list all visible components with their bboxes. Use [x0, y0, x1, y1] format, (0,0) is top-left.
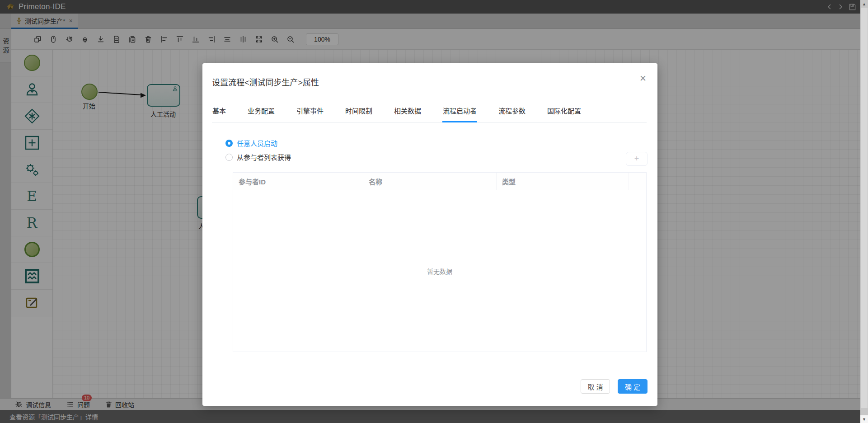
col-actions: [629, 173, 646, 190]
tab-related-data[interactable]: 相关数据: [394, 106, 422, 122]
dialog-close-icon[interactable]: ✕: [639, 74, 647, 83]
tab-business-config[interactable]: 业务配置: [247, 106, 275, 122]
tab-i18n-config[interactable]: 国际化配置: [547, 106, 582, 122]
radio-from-participants-label: 从参与者列表获得: [237, 152, 291, 162]
col-name: 名称: [363, 173, 497, 190]
tab-time-limit[interactable]: 时间限制: [345, 106, 373, 122]
scroll-up-icon[interactable]: ▲: [860, 0, 868, 8]
radio-selected-icon[interactable]: [225, 140, 233, 147]
dialog-tab-bar: 基本 业务配置 引擎事件 时间限制 相关数据 流程启动者 流程参数 国际化配置: [212, 106, 647, 122]
add-participant-button[interactable]: +: [626, 152, 647, 166]
process-properties-dialog: 设置流程<测试同步生产>属性 ✕ 基本 业务配置 引擎事件 时间限制 相关数据 …: [202, 63, 657, 406]
col-type: 类型: [497, 173, 629, 190]
tab-process-starter[interactable]: 流程启动者: [442, 106, 477, 122]
scroll-down-icon[interactable]: ▼: [860, 415, 868, 423]
table-header-row: 参与者ID 名称 类型: [233, 173, 646, 190]
participants-table: 参与者ID 名称 类型 暂无数据: [233, 172, 647, 352]
cancel-button[interactable]: 取 消: [581, 379, 610, 394]
confirm-button[interactable]: 确 定: [618, 379, 647, 394]
application-window: Primeton-IDE 测试同步生产* × 资源: [0, 0, 868, 423]
tab-engine-events[interactable]: 引擎事件: [296, 106, 324, 122]
radio-any-person[interactable]: 任意人员启动: [225, 138, 277, 148]
table-empty-state: 暂无数据: [233, 190, 646, 352]
radio-from-participants[interactable]: 从参与者列表获得: [225, 152, 291, 162]
tab-basic[interactable]: 基本: [212, 106, 226, 122]
radio-any-person-label: 任意人员启动: [237, 138, 277, 148]
tab-process-params[interactable]: 流程参数: [498, 106, 526, 122]
vertical-scrollbar[interactable]: ▲ ▼: [860, 0, 868, 423]
dialog-footer: 取 消 确 定: [581, 379, 647, 394]
col-participant-id: 参与者ID: [233, 173, 363, 190]
radio-unselected-icon[interactable]: [225, 154, 233, 161]
scrollbar-thumb[interactable]: [861, 8, 868, 408]
dialog-title: 设置流程<测试同步生产>属性: [212, 76, 319, 88]
